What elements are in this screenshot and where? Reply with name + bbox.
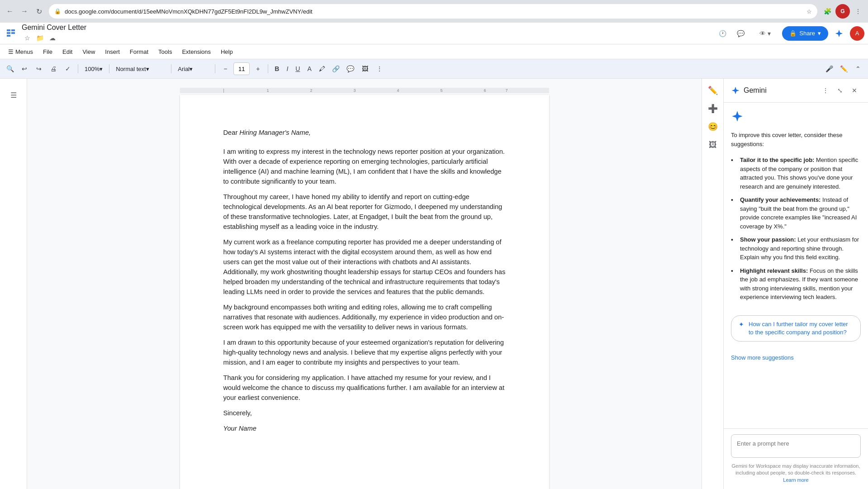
search-button[interactable]: 🔍	[4, 62, 16, 75]
add-tool-button[interactable]: ➕	[705, 100, 721, 117]
suggestion-2: • Quantify your achievements: Instead of…	[731, 195, 861, 231]
share-button[interactable]: 🔒 Share ▾	[782, 26, 828, 41]
gemini-btn-header[interactable]	[832, 26, 846, 41]
style-value: Normal text	[116, 66, 146, 72]
suggestion-4: • Highlight relevant skills: Focus on th…	[731, 266, 861, 302]
comments-button[interactable]: 💬	[733, 26, 748, 41]
menu-edit[interactable]: Edit	[58, 47, 77, 57]
bullet-1: •	[731, 156, 736, 165]
doc-signature: Your Name	[223, 423, 506, 433]
suggestion-2-bold: Quantify your achievements:	[740, 196, 822, 203]
show-more-button[interactable]: Show more suggestions	[731, 351, 861, 365]
folder-button[interactable]: 📁	[34, 33, 45, 43]
gemini-suggestions-list: • Tailor it to the specific job: Mention…	[731, 156, 861, 306]
toolbar-separator-5	[268, 64, 268, 73]
more-toolbar-button[interactable]: ⋮	[373, 62, 386, 75]
gemini-close-button[interactable]: ✕	[848, 84, 861, 97]
voice-input-button[interactable]: 🎤	[823, 62, 835, 75]
font-size-input[interactable]	[233, 62, 250, 75]
show-more-label: Show more suggestions	[731, 354, 794, 361]
star-button[interactable]: ☆	[22, 33, 33, 43]
suggestion-3-text: Show your passion: Let your enthusiasm f…	[740, 235, 861, 262]
extensions-button[interactable]: 🧩	[821, 5, 834, 18]
undo-button[interactable]: ↩	[18, 62, 31, 75]
menu-button[interactable]: ⋮	[852, 5, 864, 18]
zoom-select[interactable]: 100% ▾	[82, 62, 105, 75]
suggestion-chip[interactable]: ✦ How can I further tailor my cover lett…	[731, 315, 861, 342]
doc-subtitle-icons: ☆ 📁 ☁	[22, 33, 86, 43]
gemini-expand-button[interactable]: ⤡	[834, 84, 846, 97]
bold-button[interactable]: B	[272, 62, 282, 75]
image-tool-button[interactable]: 🖼	[705, 137, 721, 153]
menu-format[interactable]: Format	[125, 47, 153, 57]
menu-tools[interactable]: Tools	[154, 47, 176, 57]
font-size-decrease[interactable]: −	[219, 62, 232, 75]
profile-button[interactable]: G	[835, 4, 850, 19]
italic-button[interactable]: I	[284, 62, 291, 75]
menu-extensions[interactable]: Extensions	[177, 47, 215, 57]
doc-para-2[interactable]: Throughout my career, I have honed my ab…	[223, 192, 506, 232]
emoji-tool-button[interactable]: 😊	[705, 119, 721, 135]
smart-compose-button[interactable]: ✏️	[837, 62, 850, 75]
learn-more-link[interactable]: Learn more	[783, 477, 808, 483]
edit-tool-button[interactable]: ✏️	[705, 82, 721, 99]
suggestion-4-bold: Highlight relevant skills:	[740, 267, 810, 274]
menu-help[interactable]: Help	[216, 47, 237, 57]
zoom-value: 100%	[85, 66, 100, 72]
back-button[interactable]: ←	[4, 5, 16, 18]
menus-button[interactable]: ☰ Menus	[4, 47, 38, 57]
gemini-more-button[interactable]: ⋮	[819, 84, 832, 97]
suggestion-1-bold: Tailor it to the specific job:	[740, 157, 816, 163]
prompt-input[interactable]	[731, 434, 861, 458]
doc-title[interactable]: Gemini Cover Letter	[22, 24, 86, 32]
collapse-toolbar-button[interactable]: ⌃	[852, 62, 864, 75]
font-dropdown-icon: ▾	[190, 66, 193, 72]
menu-bar: ☰ Menus File Edit View Insert Format Too…	[0, 44, 868, 59]
font-size-increase[interactable]: +	[251, 62, 264, 75]
doc-para-1[interactable]: I am writing to express my interest in t…	[223, 147, 506, 186]
doc-salutation: Dear Hiring Manager's Name,	[223, 128, 506, 138]
bullet-3: •	[731, 235, 736, 245]
doc-para-5[interactable]: I am drawn to this opportunity because o…	[223, 337, 506, 367]
history-button[interactable]: 🕐	[715, 26, 730, 41]
toolbar-separator-4	[215, 64, 215, 73]
bookmark-icon: ☆	[806, 8, 812, 15]
redo-button[interactable]: ↪	[33, 62, 45, 75]
avatar-button[interactable]: A	[850, 26, 864, 41]
highlight-button[interactable]: 🖍	[316, 62, 328, 75]
gemini-panel-header: Gemini ⋮ ⤡ ✕	[724, 79, 868, 103]
zoom-dropdown-icon: ▾	[100, 66, 103, 72]
cloud-button[interactable]: ☁	[47, 33, 58, 43]
menu-file[interactable]: File	[38, 47, 57, 57]
style-select[interactable]: Normal text ▾	[113, 62, 167, 75]
link-button[interactable]: 🔗	[330, 62, 342, 75]
spell-check-button[interactable]: ✓	[62, 62, 74, 75]
gemini-body: To improve this cover letter, consider t…	[724, 103, 868, 428]
doc-area[interactable]: | 1 2 3 4 5 6 7 Dear Hiring Manager's Na…	[27, 79, 702, 489]
doc-para-4[interactable]: My background encompasses both writing a…	[223, 302, 506, 332]
font-value: Arial	[178, 66, 190, 72]
print-button[interactable]: 🖨	[47, 62, 60, 75]
address-bar[interactable]: 🔒 docs.google.com/document/d/15eeMNoVmcn…	[49, 4, 817, 19]
toolbar-separator-2	[109, 64, 109, 73]
font-select[interactable]: Arial ▾	[175, 62, 211, 75]
outline-button[interactable]: ☰	[6, 88, 21, 102]
menu-view[interactable]: View	[78, 47, 100, 57]
gemini-intro: To improve this cover letter, consider t…	[731, 110, 861, 365]
menu-insert[interactable]: Insert	[100, 47, 124, 57]
image-button[interactable]: 🖼	[359, 62, 371, 75]
suggestion-1: • Tailor it to the specific job: Mention…	[731, 156, 861, 191]
comment-button[interactable]: 💬	[344, 62, 357, 75]
forward-button[interactable]: →	[18, 5, 31, 18]
refresh-button[interactable]: ↻	[33, 5, 45, 18]
menus-label: Menus	[15, 48, 33, 55]
underline-button[interactable]: U	[293, 62, 303, 75]
browser-chrome: ← → ↻ 🔒 docs.google.com/document/d/15eeM…	[0, 0, 868, 23]
doc-para-6[interactable]: Thank you for considering my application…	[223, 373, 506, 403]
doc-page: Dear Hiring Manager's Name, I am writing…	[180, 95, 549, 489]
main-content: ☰ | 1 2 3 4 5 6 7 Dear Hiring Manager's …	[0, 79, 868, 489]
viewing-mode-button[interactable]: 👁 ▾	[751, 26, 778, 41]
doc-para-3[interactable]: My current work as a freelance computing…	[223, 237, 506, 297]
ruler: | 1 2 3 4 5 6 7	[180, 88, 549, 93]
text-color-button[interactable]: A	[304, 62, 314, 75]
